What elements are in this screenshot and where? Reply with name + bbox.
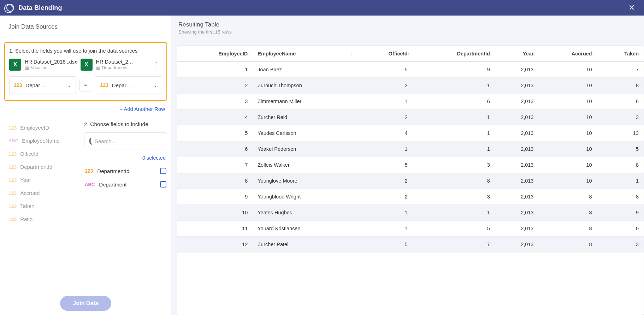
numeric-type-icon: 123 <box>8 125 17 131</box>
join-field-right-label: Depar… <box>112 82 150 88</box>
table-cell: 9 <box>413 62 495 78</box>
field-item[interactable]: 123Accrued <box>8 186 80 200</box>
table-cell: 2 <box>177 78 253 94</box>
table-cell: 1 <box>413 125 495 141</box>
table-row[interactable]: 2Zurbuch Thompson212,013108 <box>177 78 644 94</box>
table-cell: 2,013 <box>495 109 539 125</box>
table-cell: Zolleis Walker <box>253 157 357 173</box>
sort-icon[interactable]: ↑↓ <box>591 51 593 56</box>
table-cell: 2 <box>357 189 413 205</box>
sort-icon[interactable]: ↑↓ <box>350 51 353 56</box>
table-cell: 10 <box>538 78 597 94</box>
source-fields-list: 123EmployeeIDABCEmployeeName123OfficeId1… <box>8 121 80 315</box>
join-config-box: 1. Select the fields you will use to joi… <box>4 42 167 101</box>
sort-icon[interactable]: ↑↓ <box>637 51 640 56</box>
sort-icon[interactable]: ↑↓ <box>246 51 249 56</box>
table-cell: 10 <box>538 157 597 173</box>
numeric-type-icon: 123 <box>8 177 17 183</box>
table-row[interactable]: 1Joan Baez592,013107 <box>177 62 644 78</box>
table-row[interactable]: 7Zolleis Walker532,013108 <box>177 157 644 173</box>
field-item[interactable]: 123OfficeId <box>8 147 80 160</box>
text-type-icon: ABC <box>8 138 18 143</box>
table-row[interactable]: 11Youard Kristiansen152,01380 <box>177 221 644 237</box>
join-data-button[interactable]: Join Data <box>60 296 111 311</box>
numeric-type-icon: 123 <box>8 151 17 157</box>
table-row[interactable]: 8Younglove Moore282,013101 <box>177 173 644 189</box>
table-row[interactable]: 3Zimmermann Miller162,013106 <box>177 94 644 109</box>
field-item[interactable]: 123Year <box>8 173 80 186</box>
field-item[interactable]: ABCEmployeeName <box>8 134 80 147</box>
table-cell: 6 <box>413 94 495 109</box>
table-cell: 6 <box>177 141 253 157</box>
table-cell: 0 <box>597 221 644 237</box>
table-cell: 2,013 <box>495 221 539 237</box>
resulting-table-subtitle: Showing the first 15 rows <box>178 29 637 35</box>
source-1-name: HR Dataset_2016 .xlsx <box>25 59 77 65</box>
table-cell: 2 <box>357 78 413 94</box>
sort-icon[interactable]: ↑↓ <box>406 51 409 56</box>
sheet-icon: ▦ <box>96 65 100 71</box>
join-field-right-select[interactable]: 123 Depar… ⌄ <box>96 76 163 94</box>
sort-icon[interactable]: ↑↓ <box>532 51 535 56</box>
search-fields-input-wrapper[interactable] <box>84 132 167 149</box>
table-cell: 8 <box>538 189 597 205</box>
table-cell: 7 <box>177 157 253 173</box>
include-field-checkbox[interactable] <box>160 168 166 174</box>
field-item[interactable]: 123EmployeeID <box>8 121 80 134</box>
table-cell: Youard Kristiansen <box>253 221 357 237</box>
table-row[interactable]: 5Yaudes Carlsson412,0131013 <box>177 125 644 141</box>
source-card-2: X HR Dataset_2… ▦ Departments <box>81 59 149 71</box>
table-row[interactable]: 9Youngblood Wright232,01388 <box>177 189 644 205</box>
table-cell: 1 <box>413 205 495 221</box>
column-header[interactable]: OfficeId↑↓ <box>357 46 413 62</box>
column-header[interactable]: Accrued↑↓ <box>538 46 597 62</box>
table-cell: Youngblood Wright <box>253 189 357 205</box>
column-header[interactable]: Year↑↓ <box>495 46 539 62</box>
table-row[interactable]: 4Zurcher Reid212,013103 <box>177 109 644 125</box>
app-logo-icon <box>6 4 14 12</box>
close-icon[interactable]: ✕ <box>626 2 638 14</box>
source-card-1: X HR Dataset_2016 .xlsx ▦ Vacation <box>9 59 78 71</box>
table-cell: 6 <box>597 94 644 109</box>
numeric-type-icon: 123 <box>8 190 17 196</box>
table-row[interactable]: 6Yeakel Pedersen112,013105 <box>177 141 644 157</box>
table-cell: 2,013 <box>495 62 539 78</box>
join-field-left-select[interactable]: 123 Depar… ⌄ <box>9 76 76 94</box>
table-cell: 1 <box>413 78 495 94</box>
sort-icon[interactable]: ↑↓ <box>489 51 491 56</box>
table-cell: 5 <box>357 237 413 252</box>
table-cell: 3 <box>597 237 644 252</box>
table-row[interactable]: 10Yeates Hughes112,01389 <box>177 205 644 221</box>
column-header[interactable]: DepartmentId↑↓ <box>413 46 495 62</box>
field-item[interactable]: 123DepartmentId <box>8 160 80 173</box>
column-header[interactable]: EmployeeID↑↓ <box>177 46 253 62</box>
table-cell: 2 <box>357 173 413 189</box>
field-name-label: EmployeeID <box>20 125 49 131</box>
numeric-type-icon: 123 <box>100 82 108 88</box>
resulting-table-title: Resulting Table <box>178 21 637 28</box>
kebab-menu-icon[interactable]: ⋮ <box>152 61 162 69</box>
sheet-icon: ▦ <box>25 65 29 71</box>
result-table-container[interactable]: EmployeeID↑↓EmployeeName↑↓OfficeId↑↓Depa… <box>177 46 644 315</box>
table-cell: 2,013 <box>495 78 539 94</box>
join-field-left-label: Depar… <box>25 82 63 88</box>
table-cell: 1 <box>413 141 495 157</box>
table-cell: 8 <box>177 173 253 189</box>
column-header[interactable]: EmployeeName↑↓ <box>253 46 357 62</box>
include-field-checkbox[interactable] <box>160 181 166 188</box>
add-another-row-link[interactable]: + Add Another Row <box>119 106 165 112</box>
table-cell: 1 <box>177 62 253 78</box>
table-cell: Yaudes Carlsson <box>253 125 357 141</box>
column-header[interactable]: Taken↑↓ <box>597 46 644 62</box>
field-name-label: Year <box>20 177 31 183</box>
table-cell: Yeakel Pedersen <box>253 141 357 157</box>
table-cell: 1 <box>413 109 495 125</box>
field-item[interactable]: 123Ratio <box>8 213 80 226</box>
field-item[interactable]: 123Taken <box>8 200 80 213</box>
table-row[interactable]: 12Zurcher Patel572,01383 <box>177 237 644 252</box>
table-cell: 12 <box>177 237 253 252</box>
table-cell: 2,013 <box>495 173 539 189</box>
title-bar: Data Blending ✕ <box>0 0 644 16</box>
search-fields-input[interactable] <box>95 138 162 144</box>
table-cell: 2,013 <box>495 157 539 173</box>
